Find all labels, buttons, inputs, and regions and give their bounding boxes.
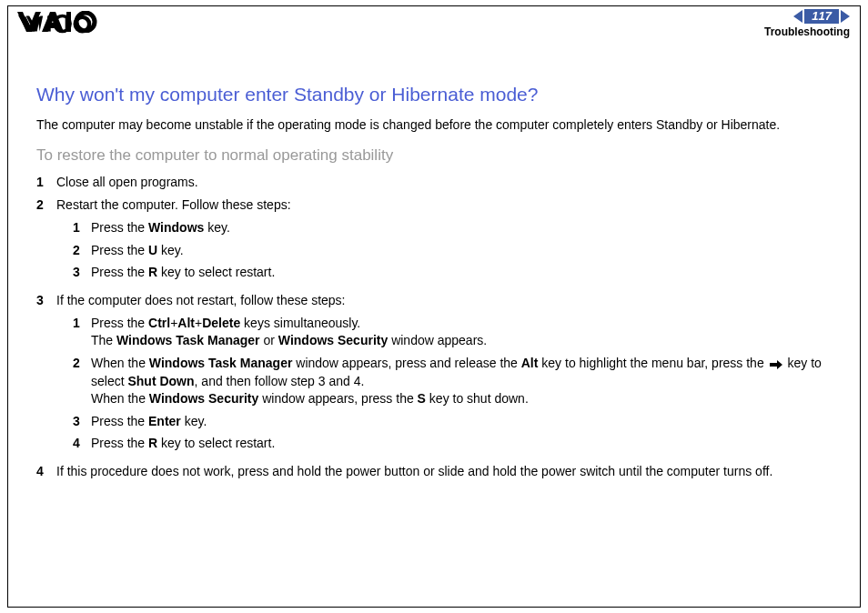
step-body: Press the U key. [91, 242, 850, 259]
intro-text: The computer may become unstable if the … [36, 116, 850, 134]
step-number: 1 [36, 174, 56, 191]
list-item: 4 If this procedure does not work, press… [36, 463, 850, 480]
step-text: Restart the computer. Follow these steps… [56, 197, 291, 212]
text: When the [91, 391, 149, 406]
text: Press the [91, 243, 148, 257]
key-name: Windows [148, 220, 204, 235]
svg-point-4 [76, 13, 95, 31]
key-name: Windows Security [149, 391, 258, 406]
right-arrow-icon [770, 356, 782, 373]
page-header: 117 Troubleshooting [0, 0, 868, 45]
list-item: 2 When the Windows Task Manager window a… [73, 355, 850, 407]
key-name: Alt [177, 316, 195, 330]
step-number: 2 [73, 242, 91, 259]
list-item: 2 Press the U key. [73, 242, 850, 259]
key-name: Windows Task Manager [149, 356, 293, 370]
step-body: Press the Windows key. [91, 219, 850, 236]
nav-prev-icon[interactable] [793, 10, 802, 23]
step-number: 1 [73, 315, 91, 349]
key-name: Windows Security [278, 333, 388, 347]
subtitle: To restore the computer to normal operat… [36, 146, 850, 165]
key-name: Shut Down [127, 374, 194, 388]
step-number: 2 [73, 355, 91, 407]
step-number: 4 [36, 463, 56, 480]
text: key. [157, 243, 184, 257]
step-text: If the computer does not restart, follow… [56, 293, 346, 307]
text: , and then follow step 3 and 4. [195, 374, 365, 388]
step-number: 2 [36, 196, 56, 287]
key-name: Alt [521, 356, 539, 370]
content: Why won't my computer enter Standby or H… [36, 84, 850, 486]
key-name: Windows Task Manager [116, 333, 260, 347]
text: key to highlight the menu bar, press the [538, 356, 767, 370]
text: Press the [91, 436, 148, 450]
key-name: Delete [202, 316, 240, 330]
step-body: Press the R key to select restart. [91, 264, 850, 281]
key-name: Ctrl [148, 316, 170, 330]
key-name: R [148, 436, 157, 450]
text: window appears. [388, 333, 487, 347]
text: key to select restart. [157, 436, 275, 450]
key-name: Enter [148, 414, 181, 428]
text: When the [91, 356, 149, 370]
text: Press the [91, 265, 148, 279]
step-number: 1 [73, 219, 91, 236]
key-name: R [148, 265, 157, 279]
section-label: Troubleshooting [764, 25, 850, 38]
list-item: 3 If the computer does not restart, foll… [36, 292, 850, 457]
step-body: If the computer does not restart, follow… [56, 292, 850, 457]
list-item: 3 Press the Enter key. [73, 413, 850, 430]
page-title: Why won't my computer enter Standby or H… [36, 84, 850, 106]
step-number: 4 [73, 435, 91, 452]
text: + [195, 316, 202, 330]
text: key. [204, 220, 230, 235]
step-body: Press the Ctrl+Alt+Delete keys simultane… [91, 315, 850, 349]
text: or [260, 333, 278, 347]
step-number: 3 [73, 413, 91, 430]
text: Press the [91, 414, 148, 428]
step-body: Press the Enter key. [91, 413, 850, 430]
nested-list: 1 Press the Ctrl+Alt+Delete keys simulta… [73, 315, 850, 452]
page-number: 117 [804, 9, 839, 24]
step-body: Close all open programs. [56, 174, 850, 191]
list-item: 1 Press the Ctrl+Alt+Delete keys simulta… [73, 315, 850, 349]
steps-list: 1 Close all open programs. 2 Restart the… [36, 174, 850, 480]
text: key to shut down. [426, 391, 529, 406]
nav-next-icon[interactable] [841, 10, 850, 23]
nested-list: 1 Press the Windows key. 2 Press the U k… [73, 219, 850, 282]
text: Press the [91, 220, 148, 235]
step-number: 3 [36, 292, 56, 457]
text: key to select restart. [157, 265, 275, 279]
key-name: U [148, 243, 157, 257]
text: window appears, press and release the [292, 356, 520, 370]
page-nav: 117 [793, 9, 850, 24]
vaio-logo-text [16, 11, 100, 39]
key-name: S [418, 391, 426, 406]
list-item: 3 Press the R key to select restart. [73, 264, 850, 281]
svg-rect-3 [66, 12, 71, 32]
list-item: 1 Close all open programs. [36, 174, 850, 191]
list-item: 2 Restart the computer. Follow these ste… [36, 196, 850, 287]
step-body: Restart the computer. Follow these steps… [56, 196, 850, 287]
text: window appears, press the [258, 391, 417, 406]
text: Press the [91, 316, 148, 330]
list-item: 1 Press the Windows key. [73, 219, 850, 236]
step-body: When the Windows Task Manager window app… [91, 355, 850, 407]
text: key. [181, 414, 207, 428]
step-number: 3 [73, 264, 91, 281]
text: keys simultaneously. [240, 316, 360, 330]
step-body: Press the R key to select restart. [91, 435, 850, 452]
step-body: If this procedure does not work, press a… [56, 463, 850, 480]
text: The [91, 333, 116, 347]
list-item: 4 Press the R key to select restart. [73, 435, 850, 452]
